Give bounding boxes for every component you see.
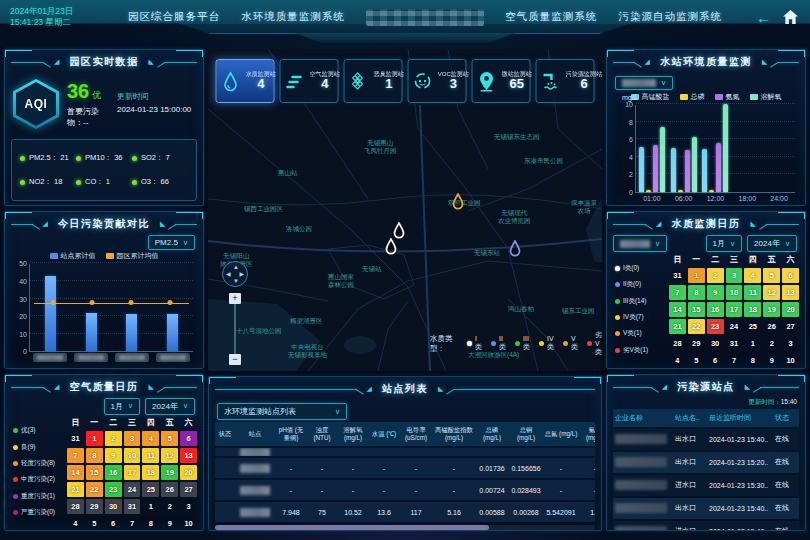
calendar-day[interactable]: 30 xyxy=(105,499,122,514)
calendar-day[interactable]: 16 xyxy=(105,465,122,480)
calendar-day[interactable]: 21 xyxy=(669,319,686,334)
pan-left-icon[interactable]: ◀ xyxy=(226,271,231,277)
calendar-day[interactable]: 27 xyxy=(782,319,799,334)
calendar-day[interactable]: 28 xyxy=(67,499,84,514)
calendar-day[interactable]: 9 xyxy=(763,353,780,368)
station-button-odor[interactable]: 恶臭监测站1 xyxy=(344,59,403,103)
calendar-day[interactable]: 2 xyxy=(161,499,178,514)
calendar-day[interactable]: 24 xyxy=(726,319,743,334)
calendar-day[interactable]: 3 xyxy=(782,336,799,351)
calendar-day[interactable]: 5 xyxy=(86,516,103,531)
calendar-day[interactable]: 14 xyxy=(67,465,84,480)
station-button-water-drop[interactable]: 水质监测站4 xyxy=(216,59,275,103)
station-button-discharge[interactable]: 污染源监测站6 xyxy=(536,59,595,103)
calendar-day[interactable]: 1 xyxy=(688,268,705,283)
calendar-day[interactable]: 28 xyxy=(669,336,686,351)
calendar-day[interactable]: 2 xyxy=(707,268,724,283)
scrollbar-thumb[interactable] xyxy=(215,525,489,530)
calendar-day[interactable]: 23 xyxy=(105,482,122,497)
pollution-row[interactable]: 进水口2024-01-23 15:40..在线 xyxy=(613,521,799,531)
calendar-day[interactable]: 18 xyxy=(142,465,159,480)
zoom-in-button[interactable]: + xyxy=(229,293,241,304)
station-button-pin[interactable]: 微站监测站65 xyxy=(472,59,531,103)
station-button-voc[interactable]: VOC监测站3 xyxy=(408,59,467,103)
calendar-day[interactable]: 26 xyxy=(161,482,178,497)
calendar-day[interactable]: 24 xyxy=(124,482,141,497)
calendar-day[interactable]: 4 xyxy=(142,431,159,446)
pollutant-select[interactable]: PM2.5∨ xyxy=(148,235,195,250)
month-select[interactable]: 1月∨ xyxy=(104,398,141,415)
calendar-day[interactable]: 4 xyxy=(669,353,686,368)
calendar-day[interactable]: 30 xyxy=(707,336,724,351)
calendar-day[interactable]: 13 xyxy=(180,448,197,463)
station-list-select[interactable]: 水环境监测站点列表∨ xyxy=(217,403,347,420)
pollution-row[interactable]: 进水口2024-01-23 15:30..在线 xyxy=(613,475,799,496)
table-row[interactable]: 7.9487510.5213.61175.160.005880.002685.5… xyxy=(215,502,595,522)
calendar-day[interactable]: 7 xyxy=(669,285,686,300)
calendar-day[interactable]: 8 xyxy=(744,353,761,368)
calendar-day[interactable]: 3 xyxy=(180,499,197,514)
pollution-row[interactable]: 出水口2024-01-23 15:20..在线 xyxy=(613,452,799,473)
calendar-day[interactable]: 4 xyxy=(744,268,761,283)
calendar-day[interactable]: 11 xyxy=(744,285,761,300)
calendar-day[interactable]: 20 xyxy=(180,465,197,480)
calendar-day[interactable]: 15 xyxy=(688,302,705,317)
calendar-day[interactable]: 9 xyxy=(707,285,724,300)
nav-item-4[interactable]: 污染源自动监测系统 xyxy=(619,10,723,24)
calendar-day[interactable]: 5 xyxy=(763,268,780,283)
calendar-day[interactable]: 11 xyxy=(142,448,159,463)
nav-item-1[interactable]: 水环境质量监测系统 xyxy=(241,10,345,24)
nav-item-3[interactable]: 空气质量监测系统 xyxy=(505,10,597,24)
calendar-day[interactable]: 13 xyxy=(782,285,799,300)
calendar-day[interactable]: 22 xyxy=(86,482,103,497)
calendar-day[interactable]: 31 xyxy=(124,499,141,514)
map-area[interactable]: 无锡惠山 飞凤牡丹园惠山站锡西工业园区洛城公园无锡阳山 旅游风景区惠山国家 森林… xyxy=(208,49,602,371)
calendar-day[interactable]: 4 xyxy=(67,516,84,531)
calendar-day[interactable]: 8 xyxy=(86,448,103,463)
year-select[interactable]: 2024年∨ xyxy=(145,398,195,415)
calendar-day[interactable]: 9 xyxy=(161,516,178,531)
calendar-day[interactable]: 6 xyxy=(105,516,122,531)
calendar-day[interactable]: 19 xyxy=(763,302,780,317)
water-station-marker-icon[interactable] xyxy=(451,193,465,214)
home-icon[interactable] xyxy=(783,10,798,24)
calendar-day[interactable]: 17 xyxy=(124,465,141,480)
calendar-day[interactable]: 8 xyxy=(142,516,159,531)
water-station-marker-icon[interactable] xyxy=(384,238,398,259)
horizontal-scrollbar[interactable] xyxy=(215,525,595,530)
calendar-day[interactable]: 31 xyxy=(67,431,84,446)
calendar-day[interactable]: 20 xyxy=(782,302,799,317)
zoom-track[interactable] xyxy=(234,303,236,355)
table-row[interactable] xyxy=(215,448,595,456)
calendar-day[interactable]: 22 xyxy=(688,319,705,334)
calendar-day[interactable]: 18 xyxy=(744,302,761,317)
station-button-air[interactable]: 空气监测站4 xyxy=(280,59,339,103)
calendar-day[interactable]: 2 xyxy=(105,431,122,446)
calendar-day[interactable]: 15 xyxy=(86,465,103,480)
calendar-day[interactable]: 19 xyxy=(161,465,178,480)
calendar-day[interactable]: 23 xyxy=(707,319,724,334)
calendar-day[interactable]: 12 xyxy=(763,285,780,300)
nav-item-0[interactable]: 园区综合服务平台 xyxy=(128,10,220,24)
water-station-select[interactable]: ∨ xyxy=(613,235,667,252)
water-station-marker-icon[interactable] xyxy=(508,240,522,261)
calendar-day[interactable]: 10 xyxy=(726,285,743,300)
month-select[interactable]: 1月∨ xyxy=(706,235,743,252)
map-zoom-slider[interactable]: + − xyxy=(229,293,241,365)
calendar-day[interactable]: 3 xyxy=(726,268,743,283)
calendar-day[interactable]: 6 xyxy=(180,431,197,446)
calendar-day[interactable]: 7 xyxy=(124,516,141,531)
pan-down-icon[interactable]: ▼ xyxy=(233,278,239,284)
calendar-day[interactable]: 26 xyxy=(763,319,780,334)
map-pan-control[interactable]: ▲ ▼ ◀ ▶ xyxy=(222,261,248,287)
table-row[interactable]: ------0.007240.028493-- xyxy=(215,480,595,500)
calendar-day[interactable]: 31 xyxy=(669,268,686,283)
pan-up-icon[interactable]: ▲ xyxy=(233,264,239,270)
calendar-day[interactable]: 3 xyxy=(124,431,141,446)
calendar-day[interactable]: 27 xyxy=(180,482,197,497)
calendar-day[interactable]: 5 xyxy=(161,431,178,446)
year-select[interactable]: 2024年∨ xyxy=(747,235,797,252)
calendar-day[interactable]: 6 xyxy=(782,268,799,283)
table-row[interactable]: ------0.017360.156656-- xyxy=(215,458,595,478)
calendar-day[interactable]: 1 xyxy=(744,336,761,351)
